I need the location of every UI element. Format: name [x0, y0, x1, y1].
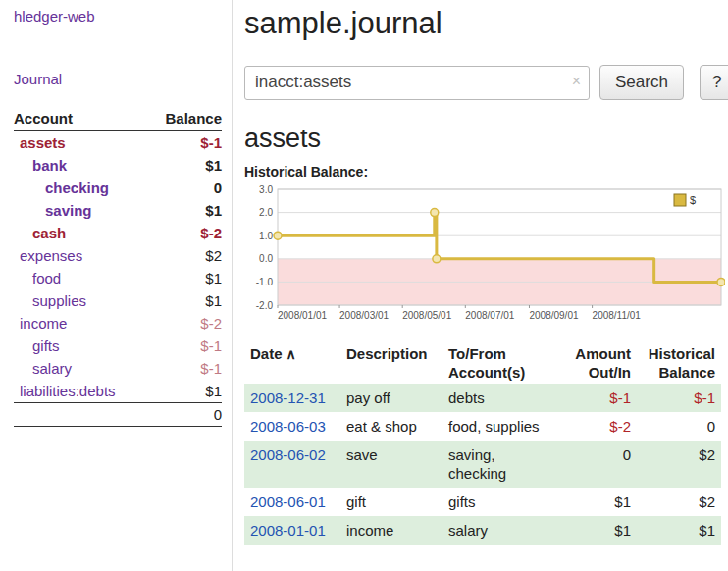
transaction-balance: $-1 — [637, 384, 721, 412]
account-row: expenses $2 — [14, 244, 222, 267]
account-link-expenses[interactable]: expenses — [20, 247, 82, 264]
account-balance: $1 — [147, 199, 222, 222]
svg-text:2008/07/01: 2008/07/01 — [465, 310, 514, 321]
account-balance: $1 — [147, 267, 222, 289]
transaction-accounts: gifts — [442, 488, 560, 516]
account-link-supplies[interactable]: supplies — [32, 292, 86, 309]
svg-text:2.0: 2.0 — [259, 207, 273, 218]
register-row: 2008-06-02 save saving, checking 0 $2 — [244, 441, 721, 488]
transaction-amount: $1 — [560, 488, 637, 516]
account-link-salary[interactable]: salary — [32, 360, 72, 377]
transaction-date-link[interactable]: 2008-06-02 — [250, 446, 326, 463]
account-link-gifts[interactable]: gifts — [32, 337, 60, 354]
transaction-accounts: food, supplies — [442, 412, 560, 441]
account-row: liabilities:debts $1 — [14, 380, 222, 403]
account-balance: $1 — [147, 154, 222, 177]
svg-text:2008/01/01: 2008/01/01 — [278, 310, 327, 321]
account-balance-table: Account Balance assets $-1 bank $1 check… — [14, 107, 222, 427]
account-balance: $-1 — [147, 131, 222, 155]
register-row: 2008-06-01 gift gifts $1 $2 — [244, 488, 721, 516]
account-balance: $-2 — [147, 222, 222, 244]
historical-balance-chart-svg: 3.02.01.00.0-1.0-2.02008/01/012008/03/01… — [244, 182, 725, 331]
sidebar: hledger-web Journal Account Balance asse… — [0, 0, 233, 571]
date-column-header[interactable]: Date∧ — [244, 342, 340, 384]
account-row: food $1 — [14, 267, 222, 289]
transaction-balance: $2 — [637, 441, 721, 488]
account-link-income[interactable]: income — [20, 315, 67, 332]
account-link-food[interactable]: food — [32, 270, 61, 286]
transaction-description: pay off — [340, 384, 442, 412]
search-bar: × Search ? — [244, 65, 728, 100]
transaction-date-link[interactable]: 2008-06-01 — [250, 493, 326, 510]
search-input[interactable] — [244, 66, 590, 100]
register-row: 2008-12-31 pay off debts $-1 $-1 — [244, 384, 721, 412]
svg-text:2008/05/01: 2008/05/01 — [402, 310, 451, 321]
register-table: Date∧ Description To/From Account(s) Amo… — [244, 342, 721, 545]
transaction-description: income — [340, 516, 442, 545]
account-table-header: Account Balance — [14, 107, 222, 131]
svg-text:2008/09/01: 2008/09/01 — [529, 310, 578, 321]
account-row: income $-2 — [14, 312, 222, 335]
account-balance: 0 — [147, 177, 222, 199]
account-balance: $2 — [147, 244, 222, 267]
transaction-date-link[interactable]: 2008-06-03 — [250, 418, 326, 435]
transaction-description: save — [340, 441, 442, 488]
historical-balance-chart: 3.02.01.00.0-1.0-2.02008/01/012008/03/01… — [244, 182, 725, 331]
transaction-balance: 0 — [637, 412, 721, 441]
page-title: sample.journal — [244, 6, 728, 41]
accounts-column-header: To/From Account(s) — [442, 342, 560, 384]
svg-text:-2.0: -2.0 — [256, 300, 274, 311]
chart-label: Historical Balance: — [244, 164, 728, 180]
transaction-date-link[interactable]: 2008-12-31 — [250, 389, 326, 406]
account-row: cash $-2 — [14, 222, 222, 244]
account-row: salary $-1 — [14, 357, 222, 380]
svg-text:-1.0: -1.0 — [256, 277, 274, 287]
account-row: checking 0 — [14, 177, 222, 199]
transaction-accounts: debts — [442, 384, 560, 412]
svg-text:2008/11/01: 2008/11/01 — [593, 310, 642, 321]
amount-column-header: Amount Out/In — [560, 342, 637, 384]
transaction-amount: $-2 — [560, 412, 637, 441]
account-link-liabilities-debts[interactable]: liabilities:debts — [20, 383, 116, 399]
sidebar-item-journal[interactable]: Journal — [14, 71, 222, 87]
svg-text:2008/03/01: 2008/03/01 — [339, 310, 389, 321]
clear-search-icon[interactable]: × — [572, 73, 581, 90]
account-balance: $-1 — [147, 335, 222, 357]
account-column-header: Account — [14, 107, 147, 131]
transaction-amount: $1 — [560, 516, 637, 545]
sort-ascending-icon: ∧ — [286, 346, 296, 362]
register-row: 2008-01-01 income salary $1 $1 — [244, 516, 721, 545]
account-link-checking[interactable]: checking — [45, 180, 109, 196]
account-row: gifts $-1 — [14, 335, 222, 357]
account-row: bank $1 — [14, 154, 222, 177]
search-button[interactable]: Search — [599, 65, 684, 100]
register-row: 2008-06-03 eat & shop food, supplies $-2… — [244, 412, 721, 441]
svg-text:1.0: 1.0 — [259, 231, 273, 241]
account-balance: $1 — [147, 380, 222, 403]
transaction-balance: $2 — [637, 488, 721, 516]
transaction-date-link[interactable]: 2008-01-01 — [250, 522, 326, 539]
account-link-assets[interactable]: assets — [20, 134, 66, 151]
transaction-amount: 0 — [560, 441, 637, 488]
account-link-bank[interactable]: bank — [32, 157, 67, 174]
accounts-total: 0 — [147, 403, 222, 427]
main-content: sample.journal × Search ? assets Histori… — [233, 0, 728, 571]
transaction-description: eat & shop — [340, 412, 442, 441]
account-total-row: 0 — [14, 403, 222, 427]
balance-column-header: Balance — [147, 107, 222, 131]
transaction-balance: $1 — [637, 516, 721, 545]
transaction-description: gift — [340, 488, 442, 516]
description-column-header: Description — [340, 342, 442, 384]
register-header-row: Date∧ Description To/From Account(s) Amo… — [244, 342, 721, 384]
account-row: supplies $1 — [14, 289, 222, 312]
account-link-cash[interactable]: cash — [32, 225, 66, 241]
account-link-saving[interactable]: saving — [45, 202, 92, 219]
balance-column-header: Historical Balance — [637, 342, 721, 384]
transaction-accounts: salary — [442, 516, 560, 545]
app-title-link[interactable]: hledger-web — [14, 8, 95, 25]
account-row: saving $1 — [14, 199, 222, 222]
svg-text:$: $ — [690, 194, 696, 206]
help-button[interactable]: ? — [700, 65, 728, 100]
account-section-title: assets — [244, 124, 728, 154]
svg-text:3.0: 3.0 — [259, 184, 273, 195]
